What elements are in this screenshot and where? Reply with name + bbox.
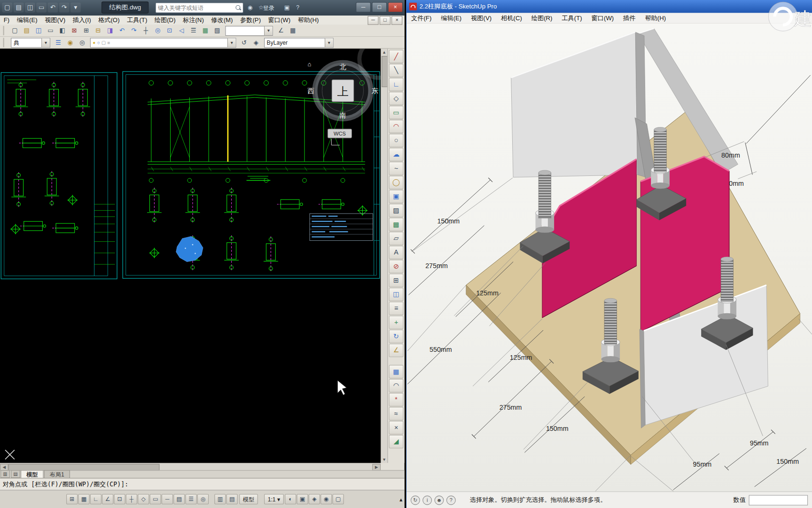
tray-expand-icon[interactable]: ▴ (399, 496, 402, 502)
zoom-previous-icon[interactable]: ◁ (176, 25, 187, 36)
menu-item[interactable]: 编辑(E) (436, 14, 466, 23)
menu-item[interactable]: 格式(O) (94, 16, 123, 25)
menu-item[interactable]: 窗口(W) (587, 14, 619, 23)
menu-item[interactable]: 绘图(R) (527, 14, 557, 23)
redo-icon[interactable]: ↷ (59, 3, 70, 13)
cleanscreen-icon[interactable]: ▢ (332, 494, 344, 504)
mirror-tool-icon[interactable]: ◫ (389, 288, 404, 302)
menu-item[interactable]: 视图(V) (466, 14, 496, 23)
search-icon[interactable] (234, 4, 242, 11)
grid-toggle[interactable]: ▦ (78, 494, 89, 504)
polygon-tool-icon[interactable]: ◇ (389, 92, 404, 105)
infocenter-search[interactable] (156, 3, 243, 13)
new-icon[interactable]: ▢ (2, 3, 12, 13)
save-icon[interactable]: ◫ (25, 3, 35, 13)
fillet-tool-icon[interactable]: ◠ (389, 379, 404, 393)
hatch-tool-icon[interactable]: ▨ (389, 204, 404, 217)
polyline-tool-icon[interactable]: ∟ (389, 78, 404, 91)
workspace-switch-icon[interactable]: ◈ (309, 494, 320, 504)
model-space-button[interactable]: 模型 (239, 494, 258, 504)
qp-toggle[interactable]: ☰ (186, 494, 197, 504)
undo-icon[interactable]: ↶ (47, 3, 58, 13)
close-button[interactable]: × (388, 2, 403, 12)
matchprop-icon[interactable]: ◨ (104, 25, 116, 36)
doc-minimize-button[interactable]: ─ (367, 16, 378, 25)
toolbar-grip[interactable] (3, 38, 7, 47)
arc-tool-icon[interactable]: ◠ (389, 120, 404, 134)
layer-on-icon[interactable]: ● (93, 40, 95, 45)
menu-item[interactable]: 插件 (618, 14, 640, 23)
cut-icon[interactable]: ⊠ (68, 25, 80, 36)
menu-item[interactable]: 插入(I) (69, 16, 94, 25)
tab-model[interactable]: 模型 (21, 470, 43, 478)
join-tool-icon[interactable]: ≈ (389, 407, 404, 421)
layer-lock-icon[interactable]: ▢ (102, 40, 106, 45)
zoom-window-icon[interactable]: ⊡ (164, 25, 175, 36)
compass-south[interactable]: 南 (339, 111, 346, 119)
menu-item[interactable]: 帮助(H) (640, 14, 671, 23)
open-icon[interactable]: ▤ (14, 3, 24, 13)
trim-tool-icon[interactable]: ∠ (389, 344, 404, 357)
rotate-tool-icon[interactable]: ↻ (389, 330, 404, 343)
info-icon[interactable]: i (422, 495, 432, 505)
annotation-scale-button[interactable]: 1:1 ▾ (264, 494, 284, 504)
array-tool-icon[interactable]: ▦ (389, 365, 404, 379)
chevron-down-icon[interactable]: ▾ (41, 38, 50, 47)
ortho-toggle[interactable]: ∟ (90, 494, 102, 504)
measurements-input[interactable] (749, 495, 808, 505)
qnew-icon[interactable]: ▢ (9, 25, 21, 36)
toolbar-lock-icon[interactable]: ◉ (320, 494, 332, 504)
menu-item[interactable]: 标注(N) (179, 16, 207, 25)
xline-tool-icon[interactable]: ╲ (389, 64, 404, 78)
menu-item[interactable]: F) (0, 16, 13, 25)
canvas-vscrollbar[interactable]: ▲ ▼ (381, 49, 387, 463)
gradient-tool-icon[interactable]: ▩ (389, 218, 404, 231)
exchange-icon[interactable]: ▣ (282, 3, 292, 12)
ducs-toggle[interactable]: ◇ (138, 494, 149, 504)
minimize-button[interactable]: ─ (356, 2, 371, 12)
snap-toggle[interactable]: ⊞ (66, 494, 78, 504)
undo-icon[interactable]: ↶ (116, 25, 128, 36)
user-icon[interactable]: ☻ (435, 495, 444, 505)
menu-item[interactable]: 编辑(E) (13, 16, 41, 25)
menu-item[interactable]: 修改(M) (208, 16, 237, 25)
tab-nav-first-icon[interactable]: ▥ (0, 470, 10, 478)
annotation-visibility-icon[interactable]: ◐ (285, 494, 296, 504)
help-icon[interactable]: ? (293, 3, 303, 12)
toolpalettes-icon[interactable]: ▧ (211, 25, 223, 36)
scroll-right-icon[interactable]: ▶ (372, 464, 381, 470)
layer-match-icon[interactable]: ◈ (250, 37, 262, 48)
tab-nav-icon[interactable]: ▤ (11, 470, 20, 478)
quickview-drawings-icon[interactable]: ▤ (226, 494, 238, 504)
menu-item[interactable]: 视图(V) (41, 16, 69, 25)
help-icon[interactable]: ? (446, 495, 456, 505)
compass-west[interactable]: 西 (307, 87, 314, 95)
tpy-toggle[interactable]: ▤ (173, 494, 185, 504)
spline-tool-icon[interactable]: ~ (389, 162, 404, 175)
doc-restore-button[interactable]: □ (380, 16, 390, 25)
chamfer-tool-icon[interactable]: ◢ (389, 435, 404, 449)
lwt-toggle[interactable]: ─ (162, 494, 173, 504)
signin-label[interactable]: 登录 (263, 4, 274, 12)
menu-item[interactable]: 绘图(D) (151, 16, 179, 25)
menu-item[interactable]: 参数(P) (236, 16, 265, 25)
plot-icon[interactable]: ▭ (36, 3, 47, 13)
qat-dropdown-icon[interactable]: ▾ (70, 3, 81, 13)
pan-icon[interactable]: ┼ (140, 25, 152, 36)
doc-close-button[interactable]: × (391, 16, 402, 25)
plot-icon[interactable]: ▭ (45, 25, 56, 36)
properties-icon[interactable]: ☰ (187, 25, 199, 36)
osnap-toggle[interactable]: ⊡ (114, 494, 125, 504)
otrack-toggle[interactable]: ┼ (126, 494, 137, 504)
workspace-combo[interactable]: 典 ▾ (11, 38, 50, 48)
zoom-realtime-icon[interactable]: ◎ (152, 25, 164, 36)
autoscale-icon[interactable]: ▣ (297, 494, 308, 504)
move-tool-icon[interactable]: + (389, 316, 404, 329)
menu-item[interactable]: 帮助(H) (294, 16, 322, 25)
orbit-icon[interactable]: ↻ (411, 495, 420, 505)
quickview-layouts-icon[interactable]: ▥ (214, 494, 226, 504)
dyn-toggle[interactable]: ▭ (149, 494, 161, 504)
menu-item[interactable]: 相机(C) (496, 14, 527, 23)
menu-item[interactable]: 工具(T) (123, 16, 151, 25)
designcenter-icon[interactable]: ▦ (199, 25, 211, 36)
